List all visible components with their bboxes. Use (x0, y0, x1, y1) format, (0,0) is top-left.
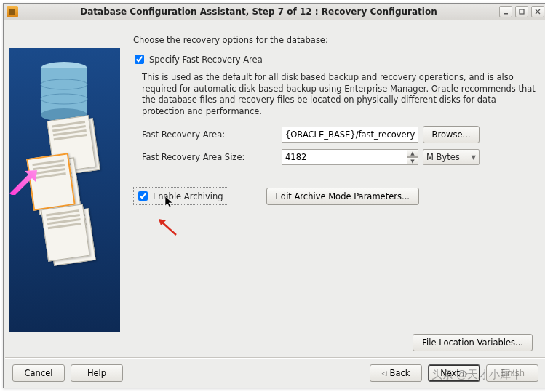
svg-rect-2 (520, 9, 524, 14)
titlebar: Database Configuration Assistant, Step 7… (4, 4, 545, 20)
spinner-up-icon[interactable]: ▲ (407, 149, 418, 157)
fra-path-input[interactable] (282, 127, 418, 143)
enable-archiving-focus-box[interactable]: Enable Archiving (133, 187, 228, 205)
wizard-sidebar-illustration (9, 48, 120, 332)
specify-fra-label: Specify Fast Recovery Area (149, 55, 263, 65)
svg-rect-1 (504, 13, 508, 15)
fra-size-spinner[interactable]: ▲ ▼ (282, 149, 418, 165)
fra-size-input[interactable] (282, 149, 407, 165)
chevron-left-icon: ◁ (382, 369, 387, 377)
window-title: Database Configuration Assistant, Step 7… (21, 7, 496, 17)
chevron-down-icon: ▼ (472, 154, 476, 161)
specify-fra-checkbox-row[interactable]: Specify Fast Recovery Area (132, 52, 536, 66)
cancel-button[interactable]: Cancel (12, 364, 65, 382)
app-icon (7, 6, 18, 17)
enable-archiving-checkbox[interactable] (138, 191, 148, 201)
content-area: Choose the recovery options for the data… (4, 20, 545, 357)
wizard-footer: Cancel Help ◁ BBackack NextNext ▷ Einish (4, 359, 545, 388)
svg-rect-0 (9, 9, 15, 15)
fra-path-row: Fast Recovery Area: Browse... (142, 126, 536, 143)
chevron-right-icon: ▷ (463, 369, 468, 377)
size-unit-label: M Bytes (426, 152, 460, 162)
back-button[interactable]: ◁ BBackack (370, 364, 422, 382)
minimize-button[interactable] (499, 6, 512, 17)
enable-archiving-label: Enable Archiving (153, 191, 223, 201)
dialog-window: Database Configuration Assistant, Step 7… (3, 3, 545, 388)
archiving-row: Enable Archiving Edit Archive Mode Param… (133, 187, 536, 205)
close-button[interactable] (531, 6, 544, 17)
finish-button: Einish (486, 364, 538, 382)
spinner-down-icon[interactable]: ▼ (407, 157, 418, 165)
fra-size-row: Fast Recovery Area Size: ▲ ▼ M Bytes ▼ (142, 149, 536, 165)
size-unit-combo[interactable]: M Bytes ▼ (423, 149, 480, 165)
browse-button[interactable]: Browse... (423, 126, 480, 143)
fra-size-label: Fast Recovery Area Size: (142, 152, 277, 162)
fra-description: This is used as the default for all disk… (142, 72, 536, 117)
next-button[interactable]: NextNext ▷ (428, 364, 480, 382)
intro-text: Choose the recovery options for the data… (133, 35, 536, 45)
fra-path-label: Fast Recovery Area: (142, 129, 277, 140)
pink-arrow-icon (8, 166, 37, 195)
svg-rect-4 (41, 68, 87, 115)
edit-archive-params-button[interactable]: Edit Archive Mode Parameters... (266, 188, 419, 205)
svg-marker-8 (9, 170, 37, 195)
maximize-button[interactable] (515, 6, 528, 17)
help-button[interactable]: Help (71, 364, 123, 382)
specify-fra-checkbox[interactable] (135, 55, 144, 64)
main-panel: Choose the recovery options for the data… (133, 25, 541, 357)
file-location-variables-button[interactable]: File Location Variables... (413, 334, 533, 351)
